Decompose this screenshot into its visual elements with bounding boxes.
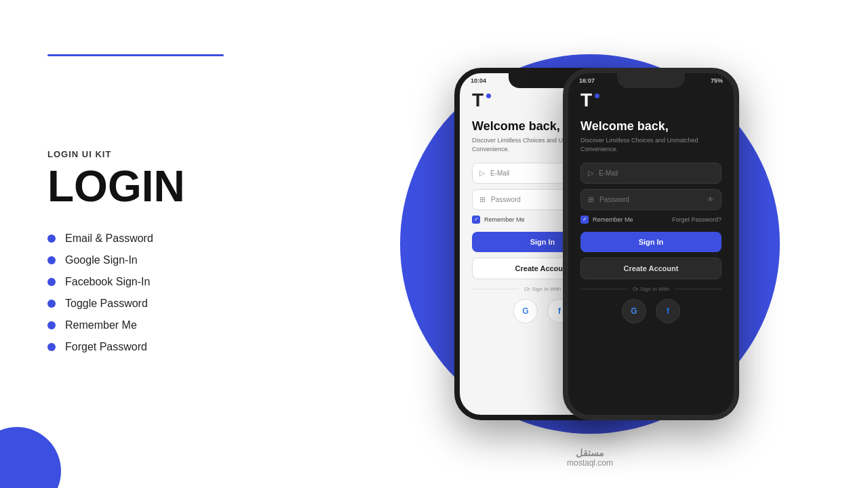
bullet-icon xyxy=(47,278,56,286)
app-logo-dark: T xyxy=(580,91,722,110)
remember-checkbox-dark[interactable]: ✓ xyxy=(580,216,589,224)
email-placeholder-dark: E-Mail xyxy=(599,169,714,177)
list-item: Email & Password xyxy=(47,232,271,245)
password-field-dark[interactable]: ⊞ Password 👁 xyxy=(580,189,722,210)
social-row-dark: G f xyxy=(580,299,722,323)
watermark: مستقل mostaql.com xyxy=(567,447,613,468)
logo-text: T xyxy=(472,91,484,110)
welcome-title-dark: Welcome back, xyxy=(580,119,722,134)
list-item: Toggle Password xyxy=(47,298,271,310)
or-text-dark: Or Sign In With xyxy=(633,286,669,292)
remember-label-light: Remember Me xyxy=(484,216,525,223)
remember-label-dark: Remember Me xyxy=(593,216,633,223)
watermark-arabic: مستقل xyxy=(567,447,613,458)
logo-dot xyxy=(486,94,491,98)
lock-icon: ⊞ xyxy=(479,195,486,204)
bullet-icon xyxy=(47,343,56,351)
divider-line-left xyxy=(472,289,519,289)
feature-list: Email & Password Google Sign-In Facebook… xyxy=(47,232,271,353)
status-time: 10:04 xyxy=(471,77,486,84)
right-panel: 10:04 28% T Welcome back, Discover Limit… xyxy=(312,0,868,488)
kit-label: LOGIN UI KIT xyxy=(47,149,271,159)
decorative-line xyxy=(47,54,224,56)
facebook-button-dark[interactable]: f xyxy=(656,299,680,323)
phone-notch-dark xyxy=(617,73,685,88)
decorative-circle-bottom-left xyxy=(0,427,61,488)
remember-left-dark: ✓ Remember Me xyxy=(580,216,633,224)
watermark-latin: mostaql.com xyxy=(567,458,613,468)
logo-dot-dark xyxy=(595,94,599,98)
google-button-dark[interactable]: G xyxy=(622,299,646,323)
phone-content-dark: T Welcome back, Discover Limitless Choic… xyxy=(568,85,734,407)
list-item: Remember Me xyxy=(47,319,271,331)
email-field-dark[interactable]: ▷ E-Mail xyxy=(580,163,722,184)
phones-container: 10:04 28% T Welcome back, Discover Limit… xyxy=(312,0,868,488)
google-button-light[interactable]: G xyxy=(513,299,538,323)
check-icon: ✓ xyxy=(474,217,479,222)
bullet-icon xyxy=(47,300,56,308)
list-item: Forget Password xyxy=(47,341,271,353)
remember-checkbox-light[interactable]: ✓ xyxy=(472,216,480,224)
left-panel: LOGIN UI KIT LOGIN Email & Password Goog… xyxy=(0,0,312,488)
or-divider-dark: Or Sign In With xyxy=(580,286,722,292)
remember-row-dark: ✓ Remember Me Forget Password? xyxy=(580,216,722,224)
email-icon-dark: ▷ xyxy=(588,169,593,178)
bullet-icon xyxy=(47,235,56,243)
bullet-icon xyxy=(47,321,56,329)
or-text-light: Or Sign In With xyxy=(524,286,561,292)
email-icon: ▷ xyxy=(479,169,485,178)
list-item: Google Sign-In xyxy=(47,254,271,266)
sign-in-button-dark[interactable]: Sign In xyxy=(580,232,722,252)
bullet-icon xyxy=(47,256,56,264)
forget-password-dark[interactable]: Forget Password? xyxy=(672,216,722,223)
password-placeholder-dark: Password xyxy=(599,196,702,203)
divider-line-left-dark xyxy=(580,289,627,289)
status-time-dark: 16:07 xyxy=(579,77,595,84)
list-item: Facebook Sign-In xyxy=(47,276,271,288)
check-icon-dark: ✓ xyxy=(583,217,587,222)
create-account-button-dark[interactable]: Create Account xyxy=(580,258,722,279)
welcome-subtitle-dark: Discover Limitless Choices and Unmatched… xyxy=(580,136,722,153)
phone-dark: 16:07 75% T Welcome back, Discover Limit… xyxy=(563,68,739,420)
divider-line-right-dark xyxy=(675,289,722,289)
status-battery-dark: 75% xyxy=(711,77,723,84)
remember-left: ✓ Remember Me xyxy=(472,216,525,224)
lock-icon-dark: ⊞ xyxy=(588,195,594,204)
eye-icon-dark[interactable]: 👁 xyxy=(707,196,714,203)
page-title: LOGIN xyxy=(47,165,271,208)
logo-text-dark: T xyxy=(580,91,592,110)
